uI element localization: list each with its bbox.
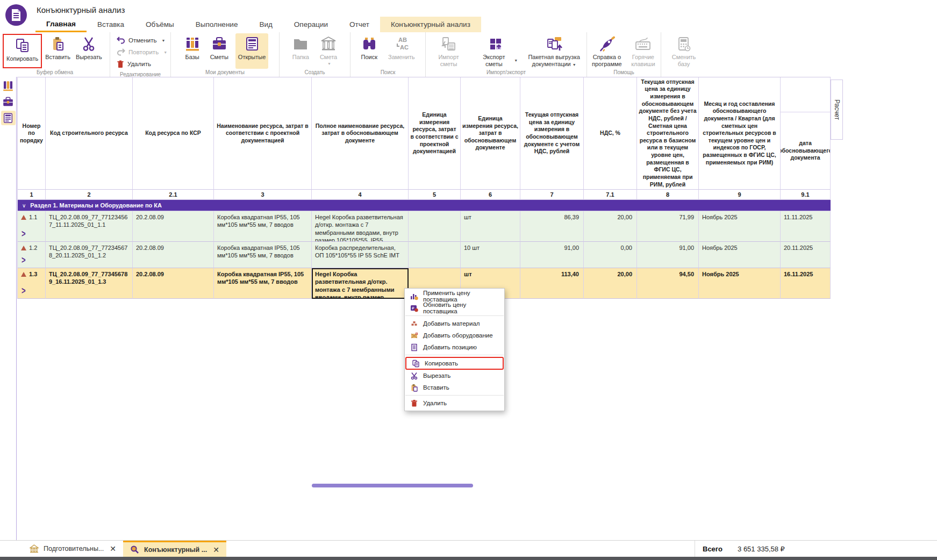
- apply-price-icon: [410, 292, 418, 300]
- add-equipment-icon: [410, 332, 418, 340]
- paste-button[interactable]: Вставить: [42, 33, 73, 69]
- expand-row-button[interactable]: >: [22, 285, 26, 298]
- col-header-9-1-top: [781, 77, 830, 112]
- total-area: Всего 3 651 335,58 ₽: [695, 541, 785, 557]
- tab-preparatory[interactable]: Подготовительны... ✕: [23, 541, 123, 557]
- replace-button[interactable]: ABAC Заменить: [385, 33, 417, 69]
- tab-vypolnenie[interactable]: Выполнение: [185, 17, 249, 32]
- sidebar-open-documents-icon[interactable]: [1, 111, 16, 125]
- menu-add-position[interactable]: Добавить позицию: [405, 341, 504, 353]
- home-icon: [30, 544, 39, 553]
- col-header-7: Текущая отпускная цена за единицу измере…: [520, 77, 584, 190]
- folder-button[interactable]: Папка: [290, 33, 312, 69]
- expand-row-button[interactable]: >: [22, 228, 26, 241]
- menu-copy[interactable]: Копировать: [405, 357, 504, 370]
- section-collapse-icon[interactable]: ∨: [22, 203, 26, 209]
- undo-icon: [117, 37, 125, 44]
- bases-button[interactable]: Базы: [182, 33, 203, 69]
- import-estimate-button[interactable]: Импорт сметы: [428, 33, 469, 69]
- about-button[interactable]: Справка о программе: [589, 33, 625, 69]
- undo-caret-icon[interactable]: ▼: [162, 39, 166, 42]
- ribbon-tabs: Главная Вставка Объёмы Выполнение Вид Оп…: [35, 17, 481, 32]
- estimate-table: Номер по порядку Код строительного ресур…: [17, 77, 831, 299]
- col-header-9: Месяц и год составления обосновывающего …: [699, 77, 781, 190]
- focused-cell[interactable]: Hegel Коробка разветвительная д/откр. мо…: [312, 268, 409, 299]
- menu-apply-supplier-price[interactable]: Применить цену поставщика: [405, 290, 504, 302]
- menu-update-supplier-price[interactable]: ₽ Обновить цену поставщика: [405, 302, 504, 314]
- tab-glavnaya[interactable]: Главная: [35, 17, 87, 32]
- sidebar-estimates-icon[interactable]: [1, 95, 16, 109]
- group-search: Поиск ABAC Заменить Поиск: [351, 32, 426, 77]
- tab-market-analysis[interactable]: Конъюнктурный ... ✕: [123, 541, 226, 557]
- document-title: Конъюнктурный анализ: [37, 5, 125, 15]
- col-header-2: Код строительного ресурса: [46, 77, 133, 190]
- binders-icon: [184, 35, 201, 53]
- svg-text:AC: AC: [400, 44, 409, 51]
- copy-button[interactable]: Копировать: [4, 35, 41, 67]
- table-row[interactable]: 1.1> ТЦ_20.2.08.09_77_771234567_11.11.20…: [18, 211, 831, 242]
- group-clipboard: Копировать Вставить Вырезать Буфер обмен…: [0, 32, 110, 77]
- table-row[interactable]: 1.2> ТЦ_20.2.08.09_77_772345678_20.11.20…: [18, 242, 831, 268]
- undo-button[interactable]: Отменить▼: [117, 35, 167, 45]
- tab-operacii[interactable]: Операции: [283, 17, 339, 32]
- col-header-1: Номер по порядку: [18, 77, 46, 190]
- tab-otchet[interactable]: Отчет: [339, 17, 380, 32]
- cut-icon: [410, 372, 418, 380]
- batch-caret-icon[interactable]: ▼: [573, 63, 576, 67]
- expand-row-button[interactable]: >: [22, 255, 26, 267]
- search-button[interactable]: Поиск: [359, 33, 380, 69]
- redo-caret-icon[interactable]: ▼: [163, 51, 167, 54]
- export-caret-icon[interactable]: ▼: [514, 59, 518, 63]
- tab-obyomy[interactable]: Объёмы: [135, 17, 185, 32]
- scissors-icon: [81, 35, 97, 53]
- menu-add-material[interactable]: Добавить материал: [405, 318, 504, 329]
- rocket-icon: [599, 35, 615, 53]
- delete-icon: [410, 399, 418, 407]
- add-position-icon: [410, 343, 418, 351]
- ribbon-toolbar: Копировать Вставить Вырезать Буфер обмен…: [0, 32, 937, 77]
- copy-icon: [15, 37, 31, 54]
- scrollbar-thumb[interactable]: [312, 484, 473, 487]
- estimates-button[interactable]: Сметы: [208, 33, 231, 69]
- sidebar-bases-icon[interactable]: [1, 78, 16, 93]
- estimate-button[interactable]: Смета ▼: [317, 33, 340, 69]
- change-base-button[interactable]: Сменить базу: [667, 33, 701, 75]
- group-editing: Отменить▼ Повторить▼ Удалить Редактирова…: [110, 32, 171, 77]
- batch-upload-button[interactable]: Пакетная выгрузка документации▼: [524, 33, 584, 69]
- menu-paste[interactable]: Вставить: [405, 382, 504, 393]
- warning-icon: [21, 246, 26, 250]
- tab-konyunkturny-analiz[interactable]: Конъюнктурный анализ: [380, 17, 481, 32]
- copy-icon: [412, 360, 420, 368]
- briefcase-icon: [211, 35, 227, 53]
- column-number-row: 1 2 2.1 3 4 5 6 7 7.1 8 9 9.1: [18, 190, 831, 200]
- menu-cut[interactable]: Вырезать: [405, 370, 504, 382]
- replace-icon: ABAC: [394, 35, 410, 53]
- menu-delete[interactable]: Удалить: [405, 397, 504, 409]
- open-documents-button[interactable]: Открытые: [235, 33, 269, 69]
- warning-icon: [21, 215, 26, 220]
- tab-vstavka[interactable]: Вставка: [87, 17, 135, 32]
- estimate-caret-icon[interactable]: ▼: [327, 62, 331, 66]
- trash-icon: [117, 60, 124, 68]
- delete-button[interactable]: Удалить: [117, 59, 167, 69]
- cut-button[interactable]: Вырезать: [73, 33, 105, 69]
- menu-add-equipment[interactable]: Добавить оборудование: [405, 329, 504, 341]
- col-header-4: Полное наименование ресурса, затрат в об…: [312, 77, 409, 190]
- export-icon: [489, 35, 505, 53]
- section-row[interactable]: ∨ Раздел 1. Материалы и Оборудование по …: [18, 200, 831, 211]
- horizontal-scrollbar[interactable]: [17, 483, 831, 488]
- redo-button[interactable]: Повторить▼: [117, 47, 167, 57]
- menu-separator: [405, 355, 504, 355]
- titlebar: Конъюнктурный анализ Главная Вставка Объ…: [0, 0, 937, 32]
- view-sidebar: [0, 77, 17, 540]
- group-import-export: Импорт сметы Экспорт сметы▼ Пакетная выг…: [426, 32, 587, 77]
- paste-icon: [50, 35, 66, 53]
- close-tab-icon[interactable]: ✕: [110, 544, 116, 553]
- magnifier-icon: [130, 545, 139, 554]
- export-estimate-button[interactable]: Экспорт сметы▼: [473, 33, 520, 69]
- calc-side-tab[interactable]: Расчет: [831, 80, 843, 140]
- group-my-documents: Базы Сметы Открытые Мои документы: [171, 32, 280, 77]
- tab-vid[interactable]: Вид: [248, 17, 283, 32]
- hotkeys-button[interactable]: Горячие клавиши: [628, 33, 659, 69]
- close-tab-icon[interactable]: ✕: [213, 545, 219, 554]
